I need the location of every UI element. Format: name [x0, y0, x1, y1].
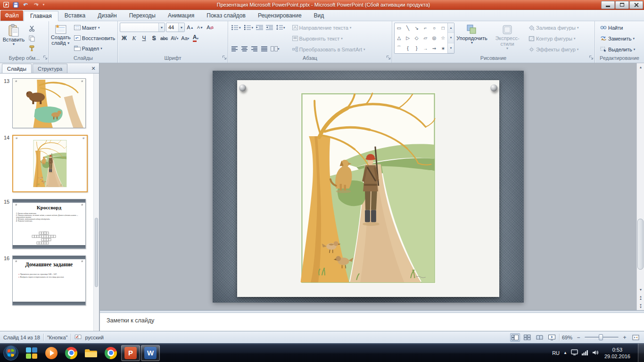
- hunter-dog-illustration[interactable]: [300, 92, 436, 284]
- redo-button[interactable]: [31, 1, 40, 9]
- slide-editing-area[interactable]: [100, 63, 636, 310]
- tab-outline[interactable]: Структура: [33, 64, 67, 73]
- taskbar-icon-browser[interactable]: [101, 345, 120, 361]
- scrollbar-thumb[interactable]: [637, 219, 644, 270]
- justify-button[interactable]: [260, 44, 269, 53]
- taskbar-icon-media-player[interactable]: [42, 345, 61, 361]
- select-button[interactable]: Выделить▾: [599, 44, 636, 54]
- bold-button[interactable]: Ж: [120, 33, 129, 43]
- fit-to-window-button[interactable]: [631, 333, 641, 342]
- shape-icon[interactable]: ↘: [412, 23, 421, 33]
- tab-transitions[interactable]: Переходы: [123, 10, 162, 21]
- panel-close-icon[interactable]: ✕: [90, 66, 97, 72]
- slide-thumbnail-14-selected[interactable]: 14: [0, 135, 99, 192]
- shape-icon[interactable]: }: [412, 43, 421, 53]
- shape-icon[interactable]: ◎: [430, 33, 439, 43]
- slide-thumbnail-15[interactable]: 15 Кроссворд 1. Кличка собаки охотника. …: [0, 199, 99, 249]
- change-case-button[interactable]: Аа▾: [180, 33, 190, 43]
- tab-slides-thumbnails[interactable]: Слайды: [2, 64, 32, 73]
- shape-icon[interactable]: ╲: [404, 23, 413, 33]
- tab-view[interactable]: Вид: [308, 10, 330, 21]
- normal-view-button[interactable]: [510, 333, 520, 342]
- shapes-scroll-down[interactable]: ▼: [448, 33, 454, 43]
- next-slide-button[interactable]: ▼▼: [637, 303, 644, 310]
- paragraph-dialog-launcher[interactable]: [386, 55, 391, 62]
- copy-button[interactable]: [27, 33, 36, 43]
- shape-icon[interactable]: ⇒: [430, 43, 439, 53]
- shape-icon[interactable]: ○: [430, 23, 439, 33]
- app-icon[interactable]: [1, 1, 10, 9]
- notes-placeholder[interactable]: Заметки к слайду: [100, 313, 644, 324]
- shape-icon[interactable]: →: [421, 43, 430, 53]
- find-button[interactable]: Найти: [599, 23, 636, 33]
- shape-icon[interactable]: ◇: [412, 33, 421, 43]
- shape-icon[interactable]: ▷: [404, 33, 413, 43]
- decrease-indent-button[interactable]: [255, 23, 264, 32]
- taskbar-clock[interactable]: 0:53 29.02.2016: [603, 346, 632, 360]
- arrange-button[interactable]: Упорядочить ▼: [456, 23, 487, 55]
- increase-indent-button[interactable]: [265, 23, 274, 32]
- close-button[interactable]: [629, 1, 643, 9]
- columns-button[interactable]: ▾: [270, 44, 281, 53]
- underline-button[interactable]: Ч: [140, 33, 149, 43]
- character-spacing-button[interactable]: AV▾: [170, 33, 179, 43]
- previous-slide-button[interactable]: ▲▲: [637, 294, 644, 302]
- shape-outline-button[interactable]: Контур фигуры▾: [527, 33, 580, 43]
- italic-button[interactable]: К: [130, 33, 139, 43]
- hidden-icons-arrow[interactable]: ▲: [563, 351, 567, 355]
- zoom-in-button[interactable]: +: [621, 334, 628, 341]
- maximize-button[interactable]: [615, 1, 629, 9]
- tab-home[interactable]: Главная: [24, 11, 58, 21]
- drawing-dialog-launcher[interactable]: [589, 55, 594, 62]
- quick-styles-button[interactable]: Экспресс-стили ▼: [489, 23, 525, 55]
- reading-view-button[interactable]: [535, 333, 545, 342]
- thumbnails-scrollbar[interactable]: [93, 74, 99, 331]
- undo-button[interactable]: [21, 1, 30, 9]
- layout-button[interactable]: Макет▾: [73, 23, 116, 33]
- tab-slideshow[interactable]: Показ слайдов: [200, 10, 252, 21]
- shape-icon[interactable]: {: [404, 43, 413, 53]
- scroll-down-icon[interactable]: ▼: [637, 286, 644, 293]
- slide-thumbnail-13[interactable]: 13: [0, 78, 99, 128]
- align-right-button[interactable]: [250, 44, 259, 53]
- show-desktop-button[interactable]: [638, 344, 644, 362]
- font-dialog-launcher[interactable]: [222, 55, 227, 62]
- minimize-button[interactable]: [601, 1, 615, 9]
- text-shadow-button[interactable]: S: [149, 33, 158, 43]
- slide-thumbnail-16[interactable]: 16 Домашнее задание oПрочитать рассказ н…: [0, 255, 99, 305]
- increase-font-button[interactable]: А▲: [186, 23, 195, 32]
- shape-icon[interactable]: ▱: [421, 33, 430, 43]
- start-button[interactable]: [1, 344, 20, 362]
- tab-animations[interactable]: Анимация: [162, 10, 200, 21]
- scrollbar-thumb[interactable]: [95, 218, 98, 287]
- slideshow-view-button[interactable]: [547, 333, 557, 342]
- shape-icon[interactable]: □: [438, 23, 447, 33]
- font-size-combo[interactable]: 44▼: [166, 23, 185, 32]
- taskbar-icon-chrome[interactable]: [62, 345, 81, 361]
- taskbar-icon-quick-grid[interactable]: [22, 345, 41, 361]
- proofing-language[interactable]: русский: [85, 335, 103, 340]
- shape-icon[interactable]: ☆: [438, 33, 447, 43]
- taskbar-button-word[interactable]: W: [141, 345, 160, 361]
- zoom-slider-thumb[interactable]: [599, 334, 603, 340]
- format-painter-button[interactable]: [27, 43, 36, 53]
- align-center-button[interactable]: [240, 44, 249, 53]
- language-indicator[interactable]: RU: [552, 350, 560, 356]
- shape-icon[interactable]: △: [395, 33, 404, 43]
- save-button[interactable]: [11, 1, 20, 9]
- section-button[interactable]: Раздел▾: [73, 43, 116, 53]
- zoom-slider[interactable]: [585, 337, 619, 338]
- line-spacing-button[interactable]: ▾: [275, 23, 286, 32]
- slide-canvas[interactable]: [213, 71, 524, 303]
- align-text-button[interactable]: Выровнять текст▾: [291, 33, 367, 43]
- cut-button[interactable]: [27, 24, 36, 33]
- reset-button[interactable]: Восстановить: [73, 33, 116, 43]
- shape-effects-button[interactable]: Эффекты фигур▾: [527, 44, 580, 54]
- tab-file[interactable]: Файл: [0, 10, 23, 21]
- shape-icon[interactable]: ▭: [395, 23, 404, 33]
- convert-smartart-button[interactable]: Преобразовать в SmartArt▾: [291, 44, 367, 54]
- paste-button[interactable]: Вставить ▼: [2, 23, 25, 55]
- clipboard-dialog-launcher[interactable]: [43, 55, 48, 62]
- shapes-more-button[interactable]: ▼: [448, 43, 454, 53]
- shape-fill-button[interactable]: Заливка фигуры▾: [527, 23, 580, 33]
